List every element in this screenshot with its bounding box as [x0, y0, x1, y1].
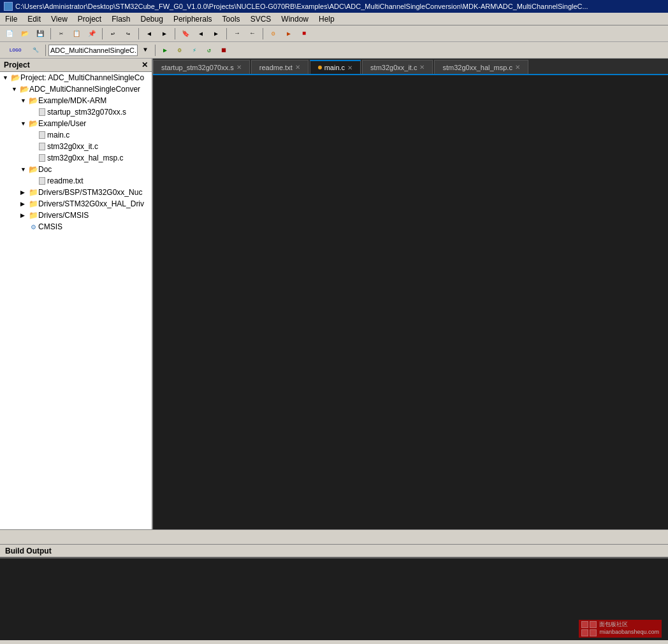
tree-item-label: Drivers/BSP/STM32G0xx_Nuc: [38, 188, 142, 197]
tree-file-icon: 📁: [28, 187, 38, 197]
copy-btn[interactable]: 📋: [69, 27, 84, 41]
paste-btn[interactable]: 📌: [85, 27, 99, 41]
title-text: C:\Users\Administrator\Desktop\STM32Cube…: [15, 3, 588, 10]
menu-item-svcs[interactable]: SVCS: [245, 13, 277, 25]
bookmark-btn[interactable]: 🔖: [178, 27, 192, 41]
sep1: [50, 28, 51, 39]
tree-item[interactable]: ▼📂 Project: ADC_MultiChannelSingleCo: [0, 72, 152, 83]
tree-item[interactable]: startup_stm32g070xx.s: [0, 106, 152, 118]
halt-btn[interactable]: ⏹: [217, 43, 231, 57]
tree-item[interactable]: readme.txt: [0, 175, 152, 187]
tree-item-label: stm32g0xx_it.c: [47, 142, 98, 151]
save-btn[interactable]: 💾: [33, 27, 47, 41]
indent-btn[interactable]: →: [230, 27, 244, 41]
tree-file-icon: [37, 107, 47, 117]
tree-item[interactable]: main.c: [0, 129, 152, 141]
tree-item-label: CMSIS: [38, 222, 62, 231]
sep5: [226, 28, 227, 39]
tab-label: stm32g0xx_it.c: [370, 64, 417, 71]
watermark-text: 面包板社区mianbaobanshequ.com: [599, 621, 659, 636]
tab-close-btn[interactable]: ✕: [295, 64, 300, 71]
undo-btn[interactable]: ↩: [106, 27, 120, 41]
tree-item-label: stm32g0xx_hal_msp.c: [47, 154, 123, 162]
toolbar-2: LOGO 🔧 ADC_MultiChannelSingleC... ▼ ▶ ⚙ …: [0, 42, 668, 59]
sep7: [45, 45, 46, 56]
stop-btn[interactable]: ■: [297, 27, 311, 41]
tree-file-icon: [37, 141, 47, 152]
project-header: Project ✕: [0, 59, 152, 72]
selector-dropdown[interactable]: ▼: [138, 43, 152, 57]
open-btn[interactable]: 📂: [18, 27, 32, 41]
tree-item[interactable]: stm32g0xx_hal_msp.c: [0, 152, 152, 164]
tree-item[interactable]: stm32g0xx_it.c: [0, 141, 152, 152]
editor-tab[interactable]: main.c ✕: [310, 60, 361, 74]
tab-close-btn[interactable]: ✕: [347, 64, 352, 71]
bookmark-prev[interactable]: ◀: [194, 27, 208, 41]
config-btn[interactable]: ⚙: [173, 43, 187, 57]
menu-item-project[interactable]: Project: [73, 13, 106, 25]
expand-icon: ▼: [11, 86, 19, 92]
editor-tab[interactable]: readme.txt ✕: [251, 60, 309, 74]
debug-btn[interactable]: ▶: [282, 27, 296, 41]
tree-item-label: main.c: [47, 131, 69, 140]
menu-item-debug[interactable]: Debug: [136, 13, 168, 25]
tree-item[interactable]: ▼📂 Example/User: [0, 118, 152, 129]
reset-btn[interactable]: ↺: [202, 43, 216, 57]
cut-btn[interactable]: ✂: [54, 27, 68, 41]
expand-icon: ▼: [20, 166, 28, 173]
tab-close-btn[interactable]: ✕: [515, 64, 520, 71]
menu-item-edit[interactable]: Edit: [22, 13, 46, 25]
editor-tab[interactable]: stm32g0xx_it.c ✕: [362, 60, 433, 74]
project-close[interactable]: ✕: [142, 61, 148, 69]
tree-item[interactable]: ⚙ CMSIS: [0, 221, 152, 233]
tree-item-label: Drivers/STM32G0xx_HAL_Driv: [38, 199, 144, 208]
watermark: 面包板社区mianbaobanshequ.com: [579, 620, 662, 638]
forward-btn[interactable]: ▶: [157, 27, 171, 41]
code-editor[interactable]: [153, 75, 668, 529]
tab-bar: startup_stm32g070xx.s ✕readme.txt ✕main.…: [153, 59, 668, 75]
menu-item-peripherals[interactable]: Peripherals: [168, 13, 217, 25]
tab-close-btn[interactable]: ✕: [419, 64, 425, 71]
tree-item-label: Example/User: [38, 119, 86, 128]
new-btn[interactable]: 📄: [3, 27, 17, 41]
sep3: [138, 28, 139, 39]
tree-file-icon: ⚙: [28, 222, 38, 232]
tab-close-btn[interactable]: ✕: [236, 64, 242, 71]
tree-file-icon: 📂: [28, 118, 38, 129]
tree-item[interactable]: ▶📁 Drivers/STM32G0xx_HAL_Driv: [0, 198, 152, 210]
sep2: [102, 28, 103, 39]
tree-item-label: Project: ADC_MultiChannelSingleCo: [20, 73, 144, 82]
build-output-header: Build Output: [0, 545, 668, 557]
cube-btn[interactable]: 🔧: [29, 43, 43, 57]
expand-icon: ▶: [20, 212, 28, 218]
back-btn[interactable]: ◀: [142, 27, 156, 41]
build-btn[interactable]: ⚙: [266, 27, 280, 41]
menu-item-help[interactable]: Help: [314, 13, 340, 25]
logo-btn[interactable]: LOGO: [3, 43, 28, 57]
tree-item[interactable]: ▶📁 Drivers/CMSIS: [0, 210, 152, 221]
build-title: Build Output: [5, 547, 52, 555]
flash-btn[interactable]: ⚡: [187, 43, 201, 57]
editor-tab[interactable]: stm32g0xx_hal_msp.c ✕: [434, 60, 528, 74]
menu-item-file[interactable]: File: [0, 13, 22, 25]
tree-item[interactable]: ▼📂 Example/MDK-ARM: [0, 95, 152, 106]
editor-tab[interactable]: startup_stm32g070xx.s ✕: [153, 60, 250, 74]
project-selector[interactable]: ADC_MultiChannelSingleC...: [48, 45, 138, 56]
run-btn[interactable]: ▶: [158, 43, 172, 57]
tree-item[interactable]: ▶📁 Drivers/BSP/STM32G0xx_Nuc: [0, 187, 152, 198]
redo-btn[interactable]: ↪: [121, 27, 135, 41]
menu-item-view[interactable]: View: [46, 13, 73, 25]
watermark-box: 面包板社区mianbaobanshequ.com: [579, 620, 662, 638]
tree-file-icon: [37, 130, 47, 140]
tree-item[interactable]: ▼📂 ADC_MultiChannelSingleConver: [0, 83, 152, 95]
tree-item[interactable]: ▼📂 Doc: [0, 164, 152, 175]
tree-item-label: startup_stm32g070xx.s: [47, 108, 126, 117]
outdent-btn[interactable]: ←: [245, 27, 259, 41]
menu-item-tools[interactable]: Tools: [217, 13, 245, 25]
menu-item-flash[interactable]: Flash: [106, 13, 135, 25]
bookmark-next[interactable]: ▶: [209, 27, 223, 41]
toolbar-1: 📄 📂 💾 ✂ 📋 📌 ↩ ↪ ◀ ▶ 🔖 ◀ ▶ → ← ⚙ ▶ ■: [0, 25, 668, 42]
menu-item-window[interactable]: Window: [276, 13, 314, 25]
tab-label: startup_stm32g070xx.s: [161, 64, 234, 71]
tree-file-icon: 📂: [28, 164, 38, 175]
